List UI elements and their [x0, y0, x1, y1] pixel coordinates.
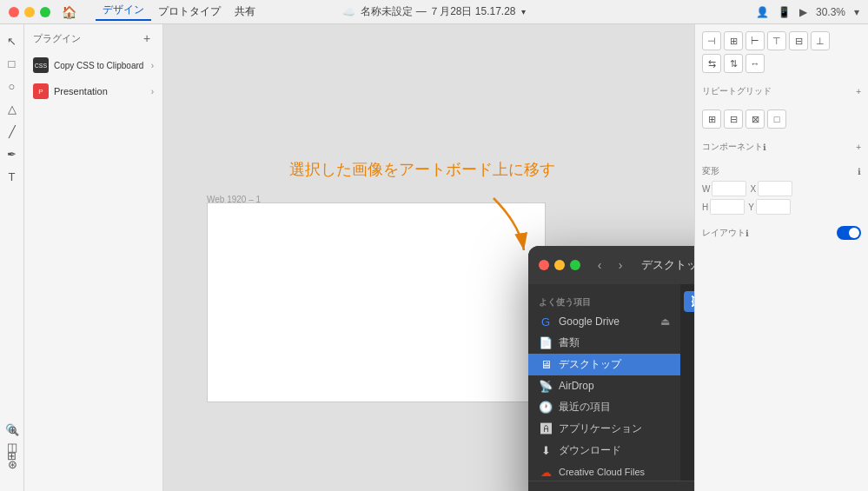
jpeg-file-icon: 🖼 — [691, 295, 694, 309]
sidebar-item-desktop[interactable]: 🖥 デスクトップ — [528, 354, 680, 375]
x-input[interactable] — [758, 181, 792, 196]
padding-icon[interactable]: □ — [767, 109, 786, 129]
picker-file-list: 🖼 coffee.jpeg — [680, 284, 694, 481]
sidebar-label-downloads: ダウンロード — [559, 443, 621, 458]
ui-kit-icon[interactable]: ◫ — [3, 437, 22, 456]
picker-close-button[interactable] — [539, 260, 549, 270]
plugin-copy-css[interactable]: CSS Copy CSS to Clipboard › — [24, 52, 162, 78]
chevron-down-icon[interactable]: ▾ — [521, 7, 526, 17]
traffic-lights — [0, 7, 50, 17]
file-item-coffee[interactable]: 🖼 coffee.jpeg — [684, 291, 694, 312]
align-middle-icon[interactable]: ⊟ — [789, 31, 808, 50]
component-info-icon: ℹ — [763, 143, 766, 152]
home-icon[interactable]: 🏠 — [59, 3, 78, 22]
line-tool-icon[interactable]: ╱ — [3, 122, 22, 141]
text-tool-icon[interactable]: T — [3, 167, 22, 186]
picker-bottom-bar: キャンセル 開く — [528, 481, 694, 491]
align-right-icon[interactable]: ⊢ — [745, 31, 765, 50]
w-input[interactable] — [712, 181, 746, 196]
layout-icons-row: ⊞ ⊟ ⊠ □ — [702, 109, 861, 129]
repeat-grid-section: リピートグリッド + — [702, 85, 861, 101]
layout-title: レイアウト ℹ — [702, 226, 861, 240]
stack-v-icon[interactable]: ⊟ — [724, 109, 743, 129]
h-input[interactable] — [710, 199, 745, 215]
right-panel: ⊣ ⊞ ⊢ ⊤ ⊟ ⊥ ⇆ ⇅ ↔ リピートグリッド + ⊞ ⊟ ⊠ — [694, 24, 868, 491]
canvas-area: 選択した画像をアートボード上に移す Web 1920 – 1 — [163, 24, 694, 491]
ellipse-tool-icon[interactable]: ○ — [3, 76, 22, 96]
user-icon[interactable]: 👤 — [756, 6, 769, 18]
nav-tabs: デザイン プロトタイプ 共有 — [96, 3, 262, 21]
align-left-icon[interactable]: ⊣ — [702, 31, 721, 50]
align-bottom-icon[interactable]: ⊥ — [811, 31, 830, 50]
plugin-css-chevron-icon: › — [151, 61, 154, 70]
eject-icon[interactable]: ⏏ — [660, 315, 670, 328]
sidebar-item-downloads[interactable]: ⬇ ダウンロード — [528, 440, 680, 461]
select-tool-icon[interactable]: ↖ — [3, 31, 22, 50]
fullscreen-button[interactable] — [40, 7, 50, 17]
assets-icon[interactable]: ⊛ — [3, 455, 22, 474]
alignment-section: ⊣ ⊞ ⊢ ⊤ ⊟ ⊥ ⇆ ⇅ ↔ — [702, 31, 861, 76]
dist-gap-icon[interactable]: ↔ — [745, 54, 765, 73]
sidebar-label-documents: 書類 — [559, 335, 580, 350]
applications-icon: 🅰 — [539, 422, 553, 436]
layout-icons-section: ⊞ ⊟ ⊠ □ — [702, 109, 861, 132]
plugin-presentation[interactable]: P Presentation › — [24, 78, 162, 104]
desktop-icon: 🖥 — [539, 358, 553, 372]
picker-titlebar: ‹ › デスクトップーロー… ⊞ ⊟ ⬆ ◯ » 🔍 — [528, 246, 694, 284]
sidebar-item-applications[interactable]: 🅰 アプリケーション — [528, 418, 680, 440]
layout-info-icon: ℹ — [745, 229, 749, 238]
sidebar-item-documents[interactable]: 📄 書類 — [528, 332, 680, 354]
preview-icon[interactable]: ▶ — [799, 6, 807, 18]
align-top-icon[interactable]: ⊤ — [767, 31, 786, 50]
zoom-chevron-icon[interactable]: ▾ — [854, 6, 859, 18]
sidebar-label-creative-cloud: Creative Cloud Files — [559, 467, 645, 477]
component-title: コンポーネント ℹ + — [702, 141, 861, 153]
device-icon[interactable]: 📱 — [778, 6, 791, 18]
stack-h-icon[interactable]: ⊞ — [702, 109, 721, 129]
hy-field-row: H Y — [702, 199, 861, 215]
picker-minimize-button[interactable] — [554, 260, 565, 270]
airdrop-icon: 📡 — [539, 379, 553, 393]
add-plugin-button[interactable]: + — [140, 31, 154, 45]
titlebar: 🏠 デザイン プロトタイプ 共有 ☁️ 名称未設定 — ７月28日 15.17.… — [0, 0, 868, 24]
y-field: Y — [748, 199, 791, 215]
annotation-arrow — [441, 189, 546, 259]
x-field: X — [750, 181, 792, 196]
sidebar-item-airdrop[interactable]: 📡 AirDrop — [528, 375, 680, 396]
panel-header: プラグイン + — [24, 24, 162, 52]
zoom-level[interactable]: 30.3% — [816, 6, 845, 18]
close-button[interactable] — [9, 7, 19, 17]
tab-prototype[interactable]: プロトタイプ — [151, 4, 228, 19]
file-picker-dialog: ‹ › デスクトップーロー… ⊞ ⊟ ⬆ ◯ » 🔍 よく使う項目 — [528, 246, 694, 491]
dist-h-icon[interactable]: ⇆ — [702, 54, 721, 73]
cloud-icon: ☁️ — [342, 6, 355, 18]
repeat-grid-add-icon[interactable]: + — [856, 87, 861, 96]
rectangle-tool-icon[interactable]: □ — [3, 54, 22, 73]
plugin-css-label: Copy CSS to Clipboard — [54, 61, 146, 70]
minimize-button[interactable] — [24, 7, 35, 17]
y-input[interactable] — [756, 199, 791, 215]
align-center-h-icon[interactable]: ⊞ — [724, 31, 743, 50]
picker-sidebar: よく使う項目 G Google Drive ⏏ 📄 書類 🖥 デスクトップ — [528, 284, 680, 481]
sidebar-label-airdrop: AirDrop — [559, 380, 594, 392]
triangle-tool-icon[interactable]: △ — [3, 99, 22, 118]
transform-info-icon: ℹ — [858, 167, 861, 176]
picker-main: 🖼 coffee.jpeg — [680, 284, 694, 481]
sidebar-item-google-drive[interactable]: G Google Drive ⏏ — [528, 311, 680, 332]
panel-title: プラグイン — [33, 32, 81, 45]
h-field: H — [702, 199, 745, 215]
component-add-icon[interactable]: + — [856, 143, 861, 152]
dist-v-icon[interactable]: ⇅ — [724, 54, 743, 73]
picker-body: よく使う項目 G Google Drive ⏏ 📄 書類 🖥 デスクトップ — [528, 284, 694, 481]
layout-toggle[interactable] — [837, 226, 861, 240]
w-field: W — [702, 181, 746, 196]
plugins-icon[interactable]: ⊕ — [3, 420, 22, 439]
recent-icon: 🕐 — [539, 401, 553, 415]
sidebar-item-creative-cloud[interactable]: ☁ Creative Cloud Files — [528, 461, 680, 481]
stack-mixed-icon[interactable]: ⊠ — [745, 109, 765, 129]
plugin-pres-chevron-icon: › — [151, 87, 154, 96]
tab-share[interactable]: 共有 — [228, 4, 262, 19]
tab-design[interactable]: デザイン — [96, 3, 151, 21]
sidebar-item-recent[interactable]: 🕐 最近の項目 — [528, 396, 680, 418]
pen-tool-icon[interactable]: ✒ — [3, 144, 22, 163]
